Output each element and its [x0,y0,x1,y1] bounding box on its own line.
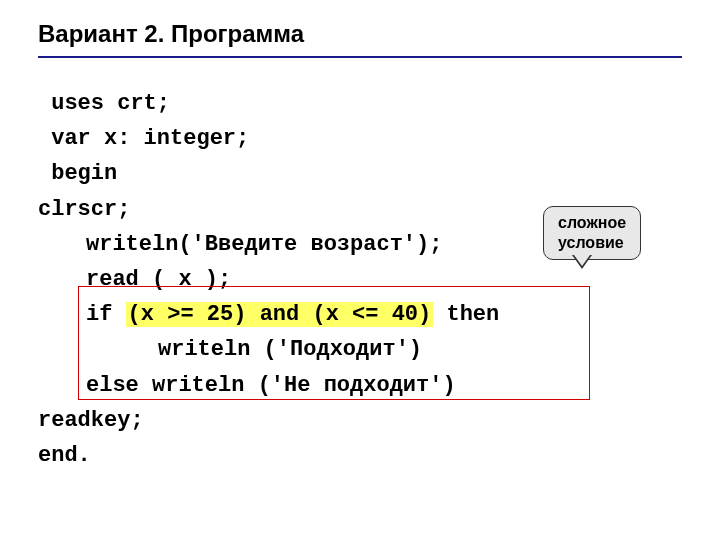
code-line: else writeln ('Не подходит') [38,368,682,403]
code-line-if: if (x >= 25) and (x <= 40) then [38,297,682,332]
then-keyword: then [433,302,499,327]
code-line: readkey; [38,403,682,438]
slide-title: Вариант 2. Программа [38,20,682,58]
callout-bubble: сложное условие [543,206,641,260]
condition-highlight: (x >= 25) and (x <= 40) [126,302,434,327]
code-line: writeln ('Подходит') [38,332,682,367]
code-line: begin [38,156,682,191]
code-block: uses crt; var x: integer; begin clrscr; … [38,86,682,473]
code-line: end. [38,438,682,473]
code-line: uses crt; [38,86,682,121]
callout-text: сложное условие [558,214,626,251]
code-line: var x: integer; [38,121,682,156]
if-keyword: if [86,302,126,327]
